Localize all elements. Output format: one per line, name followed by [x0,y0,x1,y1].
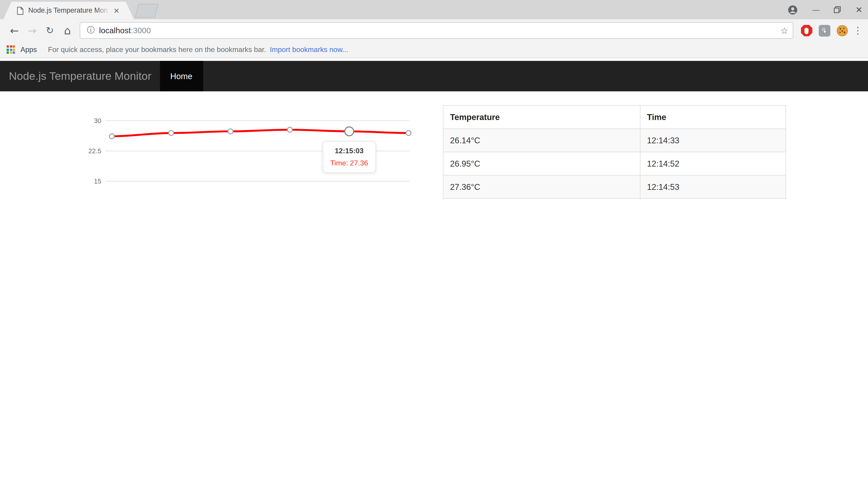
table-row: 27.77°C12:14:55 [443,199,786,200]
address-bar[interactable]: ⓘ localhost :3000 ☆ [80,22,794,39]
table-row: 26.95°C12:14:52 [443,152,786,175]
tooltip-time: 12:15:03 [330,147,368,155]
tooltip-value: Time: 27.36 [330,159,368,167]
extension-pointer-icon[interactable] [817,23,832,38]
close-button[interactable]: ✕ [856,5,863,14]
time-cell: 12:14:52 [640,152,786,175]
chart-point[interactable] [406,130,411,135]
site-info-icon[interactable]: ⓘ [87,26,94,35]
temperature-cell: 27.36°C [443,175,640,199]
temperature-cell: 27.77°C [443,199,640,200]
bookmark-star-icon[interactable]: ☆ [780,25,788,36]
time-cell: 12:14:55 [640,199,786,200]
app-brand[interactable]: Node.js Temperature Monitor [9,70,151,83]
temperature-cell: 26.14°C [443,129,640,152]
restore-button[interactable] [834,6,841,13]
app-navbar: Node.js Temperature Monitor Home [0,61,868,91]
url-port: :3000 [131,26,151,35]
y-tick-label: 22.5 [88,147,101,155]
browser-toolbar: ← → ↻ ⌂ ⓘ localhost :3000 ☆ [0,20,868,41]
url-host: localhost [99,26,131,35]
browser-menu-icon[interactable]: ⋮ [853,25,863,36]
temperature-cell: 26.95°C [443,152,640,175]
chart-tooltip: 12:15:03 Time: 27.36 [322,141,376,173]
apps-grid-icon[interactable] [6,45,15,54]
chart-point[interactable] [345,127,353,136]
browser-tab[interactable]: Node.js Temperature Mon ✕ [3,2,134,19]
extension-blocker-icon[interactable] [799,23,814,38]
tab-close-icon[interactable]: ✕ [114,6,120,15]
import-bookmarks-link[interactable]: Import bookmarks now... [270,45,348,54]
temperature-chart: 07.51522.53012:14:3312:14:5212:14:5312:1… [83,108,422,200]
reload-icon[interactable]: ↻ [43,23,57,38]
new-tab-button[interactable] [135,4,159,18]
time-cell: 12:14:33 [640,129,786,152]
time-cell: 12:14:53 [640,175,786,199]
back-icon[interactable]: ← [7,23,22,38]
y-tick-label: 15 [94,177,101,185]
chart-point[interactable] [287,127,292,132]
chart-point[interactable] [110,134,114,139]
apps-label[interactable]: Apps [21,45,37,54]
nav-item-home[interactable]: Home [160,61,203,91]
forward-icon: → [25,23,39,38]
bookmarks-hint: For quick access, place your bookmarks h… [48,45,266,54]
page-favicon-icon [17,6,24,15]
table-header-time: Time [640,105,786,129]
bookmarks-bar: Apps For quick access, place your bookma… [0,41,868,58]
screen: Node.js Temperature Mon ✕ — ✕ ← → ↻ ⌂ ⓘ … [0,0,868,200]
browser-titlebar: Node.js Temperature Mon ✕ — ✕ [0,0,868,20]
web-page: Node.js Temperature Monitor Home 07.5152… [0,59,868,200]
table-row: 26.14°C12:14:33 [443,129,786,152]
profile-icon[interactable] [788,5,798,15]
chart-line [112,130,409,136]
table-header-temperature: Temperature [443,105,640,129]
temperature-table: Temperature Time 26.14°C12:14:3326.95°C1… [443,105,786,200]
chart-point[interactable] [228,129,233,134]
home-icon[interactable]: ⌂ [60,23,75,38]
extension-cookie-icon[interactable] [835,23,849,38]
y-tick-label: 30 [94,117,101,124]
table-row: 27.36°C12:14:53 [443,175,786,199]
chart-point[interactable] [168,130,174,135]
tab-title: Node.js Temperature Mon [28,6,110,14]
minimize-button[interactable]: — [812,6,819,13]
